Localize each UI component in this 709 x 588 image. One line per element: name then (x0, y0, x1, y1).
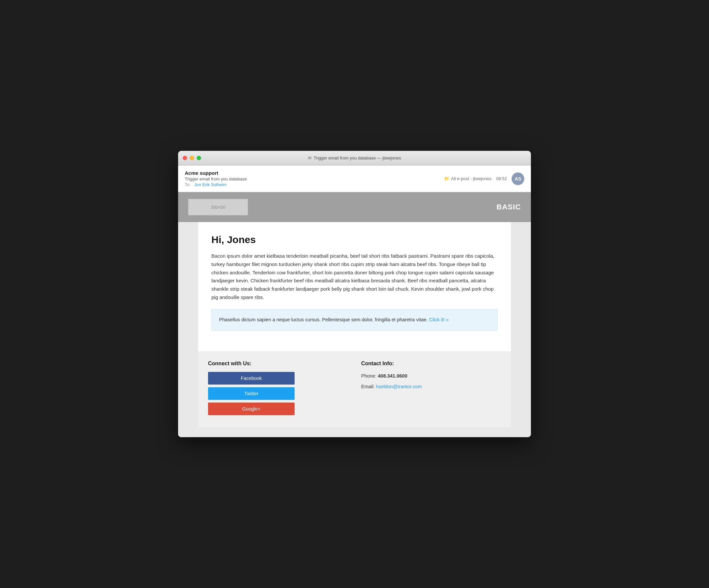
close-button[interactable] (183, 156, 187, 160)
cta-link[interactable]: Click it! » (429, 317, 449, 322)
email-icon: ✉ (308, 155, 312, 160)
connect-title: Connect with Us: (208, 361, 348, 366)
avatar: AS (511, 173, 524, 185)
to-label: To: (185, 182, 190, 187)
banner-title: BASIC (497, 203, 521, 211)
googleplus-button[interactable]: Google+ (208, 403, 295, 415)
facebook-button[interactable]: Facebook (208, 372, 295, 385)
phone-number: 408.341.0600 (378, 373, 408, 379)
email-meta-left: Acme support Trigger email from you data… (185, 170, 247, 187)
email-footer: Connect with Us: Facebook Twitter Google… (198, 351, 511, 427)
phone-line: Phone: 408.341.0600 (361, 372, 501, 380)
email-banner: 200×50 BASIC (178, 192, 531, 222)
greeting: Hi, Jones (211, 234, 498, 246)
titlebar: ✉ Trigger email from you database — jbee… (178, 151, 531, 165)
mailbox-info: 📁 All e-post - jbeejones (444, 176, 491, 181)
email-content: Hi, Jones Bacon ipsum dolor amet kielbas… (198, 222, 511, 351)
twitter-button[interactable]: Twitter (208, 387, 295, 400)
logo-placeholder: 200×50 (188, 199, 248, 215)
email-subject: Trigger email from you database (185, 176, 247, 181)
app-window: ✉ Trigger email from you database — jbee… (178, 151, 531, 437)
connect-section: Connect with Us: Facebook Twitter Google… (208, 361, 348, 418)
contact-title: Contact Info: (361, 361, 501, 366)
email-spacer (178, 427, 531, 437)
window-title: Trigger email from you database — jbeejo… (314, 155, 401, 160)
cta-text: Phasellus dictum sapien a neque luctus c… (219, 317, 428, 322)
sender-name: Acme support (185, 170, 247, 176)
minimize-button[interactable] (190, 156, 194, 160)
cta-box: Phasellus dictum sapien a neque luctus c… (211, 309, 498, 331)
contact-section: Contact Info: Phone: 408.341.0600 Email:… (361, 361, 501, 418)
mailbox-icon: 📁 (444, 176, 449, 181)
email-link[interactable]: hseldon@trantor.com (376, 384, 422, 389)
mailbox-label: All e-post - jbeejones (451, 176, 491, 181)
email-to: To: Jon Erik Solheim (185, 182, 247, 187)
maximize-button[interactable] (197, 156, 201, 160)
email-meta-right: 📁 All e-post - jbeejones 08:52 AS (444, 173, 524, 185)
email-header: Acme support Trigger email from you data… (178, 165, 531, 192)
traffic-lights (183, 156, 201, 160)
titlebar-text: ✉ Trigger email from you database — jbee… (308, 155, 401, 160)
timestamp: 08:52 (496, 176, 507, 181)
to-name: Jon Erik Solheim (194, 182, 227, 187)
phone-prefix: Phone: (361, 373, 376, 379)
email-line: Email: hseldon@trantor.com (361, 383, 501, 391)
body-text: Bacon ipsum dolor amet kielbasa tenderlo… (211, 252, 498, 302)
email-prefix: Email: (361, 384, 374, 389)
email-body-wrapper: 200×50 BASIC Hi, Jones Bacon ipsum dolor… (178, 192, 531, 437)
